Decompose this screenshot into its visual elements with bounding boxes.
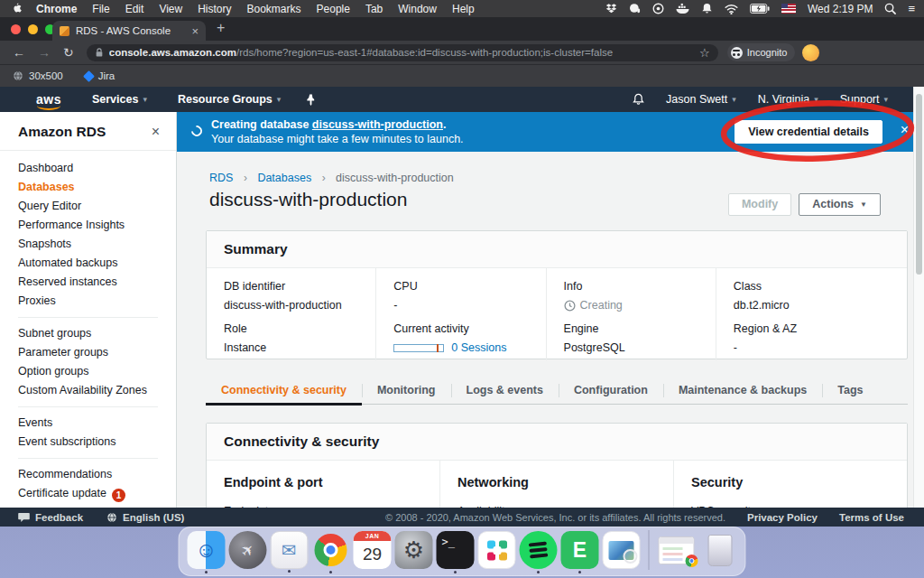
- sidebar-item-recommendations[interactable]: Recommendations: [0, 465, 176, 484]
- tab-close-icon[interactable]: ×: [191, 24, 199, 38]
- aws-logo[interactable]: aws: [36, 92, 61, 107]
- sidebar-item-databases[interactable]: Databases: [0, 178, 176, 197]
- database-link[interactable]: discuss-with-production: [312, 118, 443, 131]
- view-credential-details-button[interactable]: View credential details: [735, 120, 882, 144]
- dropbox-status-icon[interactable]: [605, 3, 617, 14]
- menu-item-bookmarks[interactable]: Bookmarks: [247, 3, 301, 15]
- privacy-policy-link[interactable]: Privacy Policy: [747, 512, 818, 523]
- sidebar-item-custom-availability-zones[interactable]: Custom Availability Zones: [0, 381, 176, 400]
- menu-item-chrome[interactable]: Chrome: [36, 3, 77, 15]
- menu-item-view[interactable]: View: [159, 3, 182, 15]
- spotlight-search-icon[interactable]: [884, 3, 896, 14]
- services-menu[interactable]: Services▾: [92, 93, 147, 106]
- bookmark-jira[interactable]: Jira: [85, 70, 116, 81]
- sidebar-item-option-groups[interactable]: Option groups: [0, 362, 176, 381]
- tab-maintenance-backups[interactable]: Maintenance & backups: [663, 378, 822, 404]
- sidebar-item-query-editor[interactable]: Query Editor: [0, 197, 176, 216]
- sidebar-item-events[interactable]: Events: [0, 414, 176, 433]
- page-scrollbar[interactable]: [913, 87, 924, 508]
- docker-status-icon[interactable]: [676, 3, 689, 14]
- sidebar-item-event-subscriptions[interactable]: Event subscriptions: [0, 433, 176, 452]
- dock-evernote-icon[interactable]: [561, 531, 599, 569]
- support-menu[interactable]: Support▾: [840, 93, 888, 106]
- onepassword-status-icon[interactable]: [652, 3, 664, 14]
- tab-configuration[interactable]: Configuration: [559, 378, 663, 404]
- breadcrumb-current: discuss-with-production: [336, 172, 454, 184]
- terms-of-use-link[interactable]: Terms of Use: [839, 512, 904, 523]
- menu-item-window[interactable]: Window: [398, 3, 437, 15]
- window-close-button[interactable]: [11, 24, 21, 34]
- feedback-button[interactable]: Feedback: [18, 512, 83, 523]
- screen: Chrome File Edit View History Bookmarks …: [0, 0, 924, 578]
- sidebar-item-proxies[interactable]: Proxies: [0, 292, 176, 311]
- dock-finder-icon[interactable]: [188, 531, 226, 569]
- notifications-bell-icon[interactable]: [633, 93, 644, 106]
- menu-item-file[interactable]: File: [92, 3, 109, 15]
- menu-bar-clock[interactable]: Wed 2:19 PM: [808, 3, 873, 15]
- account-menu[interactable]: Jason Swett▾: [666, 93, 736, 106]
- window-minimize-button[interactable]: [28, 24, 38, 34]
- pin-icon[interactable]: [306, 94, 316, 106]
- region-menu[interactable]: N. Virginia▾: [758, 93, 818, 106]
- address-bar[interactable]: console.aws.amazon.com/rds/home?region=u…: [87, 44, 718, 61]
- sessions-link[interactable]: 0 Sessions: [451, 341, 506, 354]
- dock-mail-icon[interactable]: [271, 531, 309, 569]
- sidebar-item-certificate-update[interactable]: Certificate update1: [0, 484, 176, 506]
- dock-chrome-icon[interactable]: [312, 531, 350, 569]
- wifi-status-icon[interactable]: [725, 4, 738, 14]
- forward-button[interactable]: →: [38, 45, 51, 60]
- browser-tab[interactable]: RDS - AWS Console ×: [52, 21, 206, 41]
- sidebar-item-dashboard[interactable]: Dashboard: [0, 159, 176, 178]
- dock-slack-icon[interactable]: [478, 531, 516, 569]
- tab-tags[interactable]: Tags: [822, 378, 878, 404]
- dock-system-preferences-icon[interactable]: [395, 531, 433, 569]
- modify-button[interactable]: Modify: [728, 193, 791, 216]
- dock-spotify-icon[interactable]: [520, 531, 558, 569]
- sidebar-item-automated-backups[interactable]: Automated backups: [0, 254, 176, 273]
- new-tab-button[interactable]: +: [217, 20, 225, 36]
- dock-terminal-icon[interactable]: [437, 531, 475, 569]
- menu-item-tab[interactable]: Tab: [365, 3, 383, 15]
- tab-logs-events[interactable]: Logs & events: [451, 378, 559, 404]
- sidebar-title: Amazon RDS: [18, 124, 106, 140]
- sidebar-item-snapshots[interactable]: Snapshots: [0, 235, 176, 254]
- language-selector[interactable]: English (US): [106, 512, 184, 523]
- sidebar-item-subnet-groups[interactable]: Subnet groups: [0, 324, 176, 343]
- tab-connectivity-security[interactable]: Connectivity & security: [206, 378, 362, 404]
- bookmark-star-icon[interactable]: ☆: [699, 46, 710, 60]
- breadcrumb-databases[interactable]: Databases: [257, 172, 311, 184]
- notification-center-icon[interactable]: ≡: [908, 2, 915, 15]
- dock-preview-icon[interactable]: [603, 531, 641, 569]
- scrollbar-thumb[interactable]: [916, 94, 922, 275]
- resource-groups-menu[interactable]: Resource Groups▾: [178, 93, 281, 106]
- notification-bell-icon[interactable]: [701, 3, 713, 14]
- menu-item-history[interactable]: History: [198, 3, 231, 15]
- profile-avatar[interactable]: [802, 44, 819, 61]
- sidebar-close-icon[interactable]: ×: [152, 124, 160, 140]
- battery-status-icon[interactable]: [750, 4, 770, 14]
- sidebar-item-parameter-groups[interactable]: Parameter groups: [0, 343, 176, 362]
- dock-launchpad-icon[interactable]: [229, 531, 267, 569]
- menu-item-edit[interactable]: Edit: [125, 3, 144, 15]
- tab-monitoring[interactable]: Monitoring: [362, 378, 451, 404]
- status-creating: Creating: [580, 299, 623, 312]
- breadcrumb: RDS › Databases › discuss-with-productio…: [209, 172, 454, 184]
- breadcrumb-rds[interactable]: RDS: [209, 172, 233, 184]
- dock-calendar-icon[interactable]: JAN29: [354, 531, 392, 569]
- actions-button[interactable]: Actions▼: [799, 193, 881, 216]
- menu-item-help[interactable]: Help: [452, 3, 475, 15]
- back-button[interactable]: ←: [13, 45, 25, 60]
- keyboard-flag-icon[interactable]: [781, 4, 796, 14]
- banner-close-icon[interactable]: ×: [901, 122, 909, 138]
- sidebar-item-performance-insights[interactable]: Performance Insights: [0, 216, 176, 235]
- dock-trash-icon[interactable]: [699, 531, 737, 569]
- sidebar-divider: [18, 458, 158, 459]
- apple-menu-icon[interactable]: [11, 3, 22, 15]
- bookmark-30x500[interactable]: 30x500: [13, 70, 63, 81]
- security-column: Security VPC security groups: [673, 461, 907, 508]
- reload-button[interactable]: ↻: [63, 45, 74, 60]
- dock-minimized-window[interactable]: [658, 531, 696, 569]
- evernote-status-icon[interactable]: [629, 3, 641, 14]
- sidebar-item-reserved-instances[interactable]: Reserved instances: [0, 273, 176, 292]
- menu-item-people[interactable]: People: [317, 3, 350, 15]
